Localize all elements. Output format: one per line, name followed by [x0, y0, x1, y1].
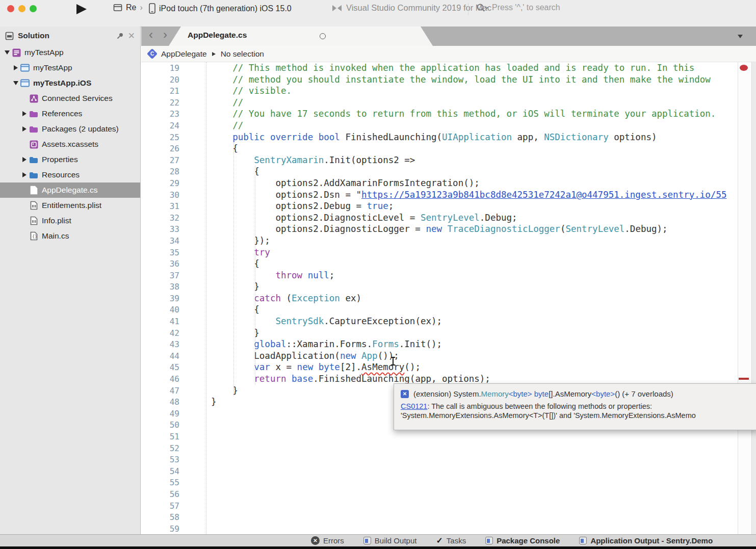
- code-line-32: 32 options2.DiagnosticLevel = SentryLeve…: [141, 212, 738, 224]
- code-line-21: 21 // visible.: [141, 85, 738, 97]
- tooltip-signature-row: ✕ (extension) System.Memory<byte> byte[]…: [401, 389, 756, 398]
- code-token: [302, 270, 308, 280]
- pad-errors[interactable]: ✕Errors: [311, 536, 344, 545]
- breadcrumb-scope[interactable]: AppDelegate: [161, 49, 207, 59]
- code-token: null: [308, 270, 329, 280]
- gutter-divider: [206, 62, 206, 534]
- line-number: 55: [141, 477, 179, 489]
- pad-tasks[interactable]: ✓Tasks: [436, 536, 466, 545]
- tree-item-resources[interactable]: Resources: [0, 167, 140, 182]
- line-number: 22: [141, 97, 179, 109]
- chevron-down-icon[interactable]: [12, 81, 20, 85]
- tree-item-mytestapp[interactable]: myTestApp: [0, 45, 140, 60]
- tree-item-label: Connected Services: [42, 94, 113, 103]
- close-window-button[interactable]: [7, 5, 14, 12]
- run-button[interactable]: [75, 4, 88, 15]
- chevron-right-icon[interactable]: [20, 172, 29, 177]
- solution-pad-icon: [5, 32, 14, 40]
- line-number: 39: [141, 293, 179, 305]
- code-token: options): [609, 132, 657, 142]
- chevron-right-icon[interactable]: [20, 126, 29, 132]
- tree-item-label: Packages (2 updates): [42, 124, 119, 134]
- chevron-right-icon[interactable]: [20, 111, 29, 116]
- line-number: 50: [141, 420, 179, 431]
- code-token: <byte>: [591, 389, 615, 398]
- navigate-back-button[interactable]: ‹: [144, 28, 158, 42]
- vs-mac-window: Re › iPod touch (7th generation) iOS 15.…: [0, 0, 756, 549]
- tree-item-entitlements-plist[interactable]: Entitlements.plist: [0, 198, 140, 213]
- indent-guide: [255, 166, 255, 385]
- tree-item-properties[interactable]: Properties: [0, 152, 140, 167]
- navigate-forward-button[interactable]: ›: [159, 28, 172, 42]
- code-token: 'System.MemoryExtensions.AsMemory<T>(T[]…: [401, 411, 696, 420]
- line-number: 19: [141, 63, 179, 74]
- line-number: 35: [141, 247, 179, 259]
- editor-right-edge: [751, 62, 756, 534]
- extension-method-icon: ✕: [401, 390, 409, 398]
- line-number: 28: [141, 166, 179, 178]
- chevron-down-icon[interactable]: [3, 50, 11, 55]
- link-text[interactable]: CS0121: [401, 402, 427, 410]
- search-field[interactable]: Press '^,' to search: [476, 3, 560, 12]
- tooltip-error-line: CS0121: The call is ambiguous between th…: [401, 402, 756, 411]
- tree-item-mytestapp[interactable]: myTestApp: [0, 60, 140, 75]
- code-line-45: 45 var x = new byte[2].AsMemory();: [141, 361, 738, 373]
- tree-item-appdelegate-cs[interactable]: {}AppDelegate.cs: [0, 182, 140, 198]
- code-editor[interactable]: 19 // This method is invoked when the ap…: [141, 62, 738, 534]
- solution-pad: Solution ✕ myTestAppmyTestAppmyTestApp.i…: [0, 27, 141, 534]
- code-token: }: [211, 397, 217, 407]
- tab-appdelegate[interactable]: AppDelegate.cs: [169, 27, 433, 46]
- tab-list-dropdown-icon[interactable]: [738, 35, 743, 38]
- code-token: ex): [340, 293, 361, 303]
- code-token: .FinishedLaunching(app, options);: [313, 374, 490, 384]
- link-text[interactable]: https://5a193123a9b841bc8d8e42531e7242a1…: [361, 190, 726, 200]
- code-token: options2.DiagnosticLogger =: [275, 224, 426, 234]
- assets-icon: [30, 140, 38, 149]
- code-line-40: 40 {: [141, 304, 738, 316]
- chevron-right-icon[interactable]: [12, 65, 20, 70]
- tree-item-main-cs[interactable]: {}Main.cs: [0, 228, 140, 244]
- solution-pad-title: Solution: [18, 31, 49, 40]
- tree-item-label: Info.plist: [42, 216, 71, 225]
- scrollbar-error-mark: [739, 378, 749, 380]
- line-number: 33: [141, 224, 179, 236]
- code-token: [286, 374, 292, 384]
- code-token: catch: [254, 293, 281, 303]
- tree-item-info-plist[interactable]: Info.plist: [0, 213, 140, 228]
- close-pad-icon[interactable]: ✕: [128, 32, 135, 40]
- code-token: // This method is invoked when the appli…: [232, 63, 694, 73]
- code-token: ;: [329, 270, 335, 280]
- folder-blue-icon: [29, 156, 38, 164]
- tab-modified-indicator-icon: [320, 33, 326, 39]
- line-number: 32: [141, 213, 179, 224]
- minimize-window-button[interactable]: [18, 5, 25, 12]
- tooltip-signature: (extension) System.Memory<byte> byte[].A…: [413, 389, 673, 398]
- pad-build-output[interactable]: Build Output: [363, 536, 417, 545]
- tree-item-mytestapp-ios[interactable]: myTestApp.iOS: [0, 75, 140, 91]
- editor-scrollbar[interactable]: [738, 62, 752, 534]
- play-icon: [75, 4, 88, 15]
- tree-item-assets-xcassets[interactable]: Assets.xcassets: [0, 137, 140, 152]
- code-token: ();: [404, 362, 421, 372]
- code-line-22: 22 //: [141, 97, 738, 109]
- tree-item-references[interactable]: References: [0, 106, 140, 121]
- breadcrumb-selection[interactable]: No selection: [221, 49, 264, 59]
- pad-application-output-sentry-demo[interactable]: Application Output - Sentry.Demo: [579, 536, 713, 545]
- code-token: SentrySdk: [275, 316, 324, 326]
- line-number: 58: [141, 512, 179, 524]
- tree-item-connected-services[interactable]: Connected Services: [0, 91, 140, 106]
- tree-item-packages-2-updates-[interactable]: Packages (2 updates): [0, 121, 140, 137]
- code-token: Exception: [292, 293, 340, 303]
- search-placeholder: Press '^,' to search: [492, 3, 560, 12]
- maximize-window-button[interactable]: [30, 5, 37, 12]
- line-number: 47: [141, 385, 179, 397]
- pad-package-console[interactable]: Package Console: [485, 536, 560, 545]
- code-line-53: 53: [141, 454, 738, 465]
- build-configuration-selector[interactable]: Re ›: [113, 3, 143, 12]
- code-file-icon: {}: [30, 186, 38, 195]
- device-selector[interactable]: iPod touch (7th generation) iOS 15.0: [149, 3, 292, 14]
- svg-text:{}: {}: [32, 234, 37, 239]
- chevron-right-icon[interactable]: [20, 157, 29, 162]
- pin-pad-icon[interactable]: [116, 32, 124, 40]
- code-token: return: [254, 374, 286, 384]
